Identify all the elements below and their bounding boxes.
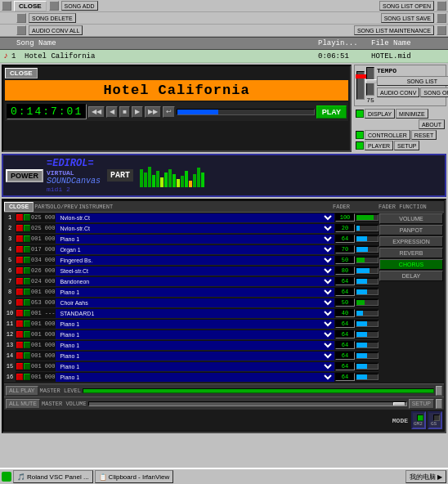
master-volume-thumb[interactable]: [393, 402, 405, 406]
fader-bar-11[interactable]: [356, 320, 379, 327]
mixer-setup-btn[interactable]: SETUP: [409, 399, 434, 409]
solo-btn-12[interactable]: [16, 331, 23, 338]
master-volume-bar[interactable]: [88, 401, 407, 406]
fader-func-reverb[interactable]: REVERB: [379, 248, 443, 258]
solo-btn-7[interactable]: [16, 278, 23, 285]
mute-btn-5[interactable]: [24, 257, 30, 263]
song-list-btn[interactable]: SONG LIST: [377, 76, 448, 86]
fader-bar-9[interactable]: [356, 299, 379, 306]
fastfwd-button[interactable]: ▶▶: [145, 106, 161, 118]
scrollbar-icon2[interactable]: [437, 13, 446, 23]
instr-select-10[interactable]: STANDARD1: [56, 309, 334, 318]
controller-btn[interactable]: CONTROLLER: [365, 130, 410, 140]
fader-bar-14[interactable]: [356, 352, 379, 359]
solo-btn-15[interactable]: [16, 363, 23, 370]
instr-select-5[interactable]: Fingered Bs.: [56, 256, 334, 265]
audio-conv-all-button[interactable]: AUDIO CONV ALL: [29, 25, 83, 35]
fader-bar-3[interactable]: [356, 235, 379, 242]
solo-btn-8[interactable]: [16, 289, 23, 295]
mute-btn-2[interactable]: [24, 225, 30, 231]
scrollbar-icon[interactable]: [437, 1, 446, 11]
fader-bar-7[interactable]: [356, 278, 379, 285]
solo-btn-3[interactable]: [16, 235, 23, 242]
instr-select-3[interactable]: Piano 1: [56, 235, 334, 244]
about-btn[interactable]: ABOUT: [419, 119, 445, 129]
fader-func-volume[interactable]: VOLUME: [379, 213, 443, 224]
audio-conv-btn[interactable]: AUDIO CONV: [377, 87, 419, 97]
mute-btn-6[interactable]: [24, 267, 30, 274]
mute-btn-10[interactable]: [24, 310, 30, 316]
mute-btn-14[interactable]: [24, 352, 30, 359]
reset-btn[interactable]: RESET: [411, 130, 437, 140]
fader-bar-1[interactable]: [356, 214, 379, 221]
mute-btn-7[interactable]: [24, 278, 30, 285]
fader-bar-8[interactable]: [356, 289, 379, 295]
mute-btn-15[interactable]: [24, 363, 30, 370]
song-list-maint-button[interactable]: SONG LIST MAINTENANCE: [354, 25, 434, 35]
instr-select-9[interactable]: Choir Aahs: [56, 298, 334, 307]
fader-func-panpot[interactable]: PANPOT: [379, 225, 443, 235]
solo-btn-13[interactable]: [16, 342, 23, 348]
mixer-close-button[interactable]: CLOSE: [4, 202, 34, 212]
instr-select-15[interactable]: Piano 1: [56, 362, 334, 371]
fader-bar-6[interactable]: [356, 267, 379, 274]
solo-btn-16[interactable]: [16, 374, 23, 380]
instr-select-8[interactable]: Piano 1: [56, 288, 334, 297]
fader-bar-12[interactable]: [356, 331, 379, 338]
taskbar-item-3[interactable]: 我的电脑 ▶: [405, 470, 446, 483]
song-delete-button[interactable]: SONG DELETE: [29, 13, 76, 23]
song-list-save-button[interactable]: SONG LIST SAVE: [381, 13, 434, 23]
fader-bar-2[interactable]: [356, 225, 379, 231]
taskbar-item-2[interactable]: 📋 Clipboard - IrfanView: [95, 470, 174, 483]
instr-select-13[interactable]: Piano 1: [56, 341, 334, 350]
rewind-button[interactable]: ◀◀: [88, 106, 105, 118]
instr-select-4[interactable]: Organ 1: [56, 245, 334, 254]
mute-btn-12[interactable]: [24, 331, 30, 338]
solo-btn-2[interactable]: [16, 225, 23, 231]
loop-button[interactable]: ↩: [163, 106, 175, 118]
solo-btn-11[interactable]: [16, 320, 23, 327]
player-btn[interactable]: PLAYER: [365, 141, 393, 150]
fader-bar-5[interactable]: [356, 257, 379, 263]
solo-btn-1[interactable]: [16, 214, 23, 221]
instr-select-6[interactable]: Steel-str.Ct: [56, 267, 334, 276]
instr-select-11[interactable]: Piano 1: [56, 320, 334, 329]
fader-func-expression[interactable]: EXPRESSION: [379, 236, 443, 247]
fader-bar-15[interactable]: [356, 363, 379, 370]
solo-btn-9[interactable]: [16, 299, 23, 306]
fader-bar-10[interactable]: [356, 310, 379, 316]
display-btn[interactable]: DISPLAY: [365, 109, 395, 119]
song-add-button[interactable]: SONG ADD: [61, 1, 98, 11]
volume-slider[interactable]: [365, 79, 377, 83]
play-button[interactable]: PLAY: [316, 105, 347, 119]
fader-bar-16[interactable]: [356, 374, 379, 380]
player-close-button[interactable]: CLOSE: [5, 68, 38, 78]
instr-select-14[interactable]: Piano 1: [56, 352, 334, 361]
song-option-btn[interactable]: SONG OPTION: [420, 87, 448, 97]
master-scroll[interactable]: [436, 386, 442, 396]
mute-btn-9[interactable]: [24, 299, 30, 306]
instr-select-12[interactable]: Piano 1: [56, 330, 334, 339]
mute-btn-8[interactable]: [24, 289, 30, 295]
setup-right-btn[interactable]: SETUP: [394, 141, 419, 150]
solo-btn-6[interactable]: [16, 267, 23, 274]
instr-select-16[interactable]: Piano 1: [56, 373, 334, 382]
play-fwd-button[interactable]: ▶: [132, 106, 143, 118]
mute-btn-1[interactable]: [24, 214, 30, 221]
fader-func-chorus[interactable]: CHORUS: [379, 259, 443, 270]
solo-btn-14[interactable]: [16, 352, 23, 359]
solo-btn-10[interactable]: [16, 310, 23, 316]
mute-btn-4[interactable]: [24, 246, 30, 253]
instr-select-7[interactable]: Bandoneon: [56, 277, 334, 286]
close-button[interactable]: CLOSE: [14, 1, 47, 11]
fader-func-delay[interactable]: DELAY: [379, 271, 443, 281]
master-level-bar[interactable]: [83, 388, 434, 393]
solo-btn-5[interactable]: [16, 257, 23, 263]
taskbar-item-1[interactable]: 🎵 Roland VSC Panel ...: [13, 470, 93, 483]
minimize-btn[interactable]: MINIMIZE: [396, 109, 428, 119]
stop-button[interactable]: ■: [119, 106, 130, 118]
master-vol-scroll[interactable]: [436, 399, 442, 409]
all-play-button[interactable]: ALL PLAY: [6, 386, 38, 396]
progress-bar[interactable]: [177, 109, 315, 115]
mute-btn-13[interactable]: [24, 342, 30, 348]
